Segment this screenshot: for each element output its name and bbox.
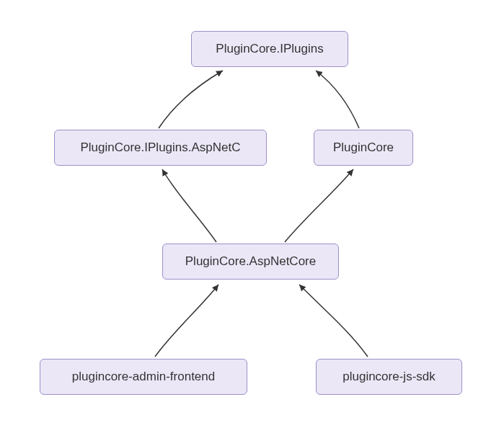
node-js-sdk: plugincore-js-sdk <box>316 359 462 395</box>
node-label: PluginCore <box>333 140 394 154</box>
node-admin-frontend: plugincore-admin-frontend <box>40 359 247 395</box>
node-iplugins-aspnet: PluginCore.IPlugins.AspNetC <box>54 130 267 166</box>
node-label: PluginCore.AspNetCore <box>185 254 316 268</box>
node-iplugins: PluginCore.IPlugins <box>191 31 348 67</box>
node-plugincore: PluginCore <box>314 130 413 166</box>
node-aspnetcore: PluginCore.AspNetCore <box>162 244 339 280</box>
node-label: PluginCore.IPlugins <box>216 42 323 55</box>
node-label: PluginCore.IPlugins.AspNetC <box>80 140 240 154</box>
node-label: plugincore-admin-frontend <box>72 370 215 383</box>
node-label: plugincore-js-sdk <box>342 370 436 383</box>
